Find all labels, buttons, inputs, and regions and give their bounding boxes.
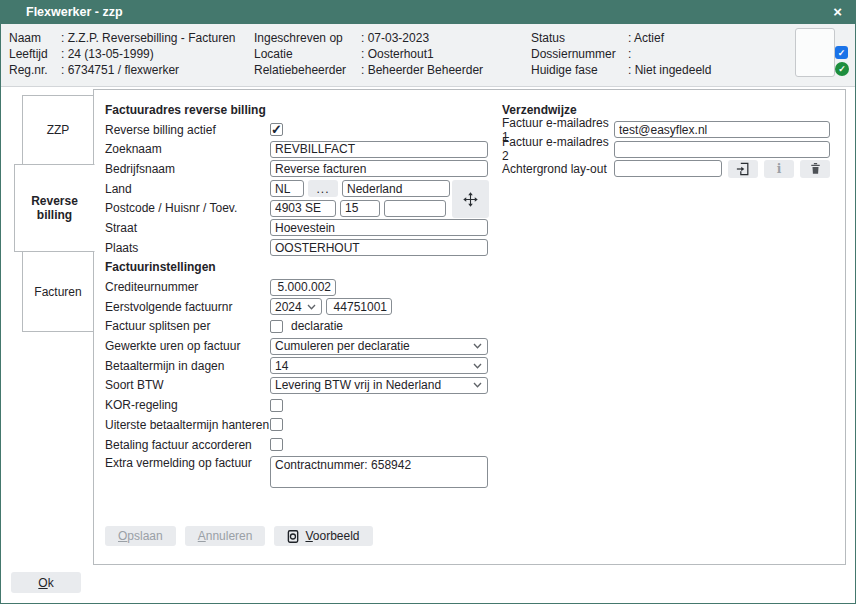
layout-info-button[interactable]: i	[764, 160, 794, 178]
header-field-value: : Z.Z.P. Reversebilling - Facturen	[61, 30, 236, 46]
betaaltermijn-label: Betaaltermijn in dagen	[105, 359, 270, 373]
achtergrond-layout-label: Achtergrond lay-out	[502, 162, 614, 176]
factuur-splitsen-option-label: declaratie	[291, 319, 343, 333]
gewerkte-uren-label: Gewerkte uren op factuur	[105, 339, 270, 353]
land-lookup-button[interactable]: ...	[308, 180, 338, 197]
factuur-email1-input[interactable]	[614, 121, 830, 138]
import-document-icon	[736, 162, 750, 176]
land-label: Land	[105, 182, 270, 196]
info-icon: i	[777, 162, 782, 176]
betaling-accorderen-checkbox[interactable]	[270, 438, 283, 451]
header-field-label: Ingeschreven op	[254, 30, 361, 46]
factuuradres-form: Factuuradres reverse billing Reverse bil…	[105, 100, 489, 488]
uiterste-betaaltermijn-checkbox[interactable]	[270, 418, 283, 431]
kor-regeling-label: KOR-regeling	[105, 398, 270, 412]
header-field-label: Status	[531, 30, 628, 46]
form-action-buttons: Opslaan Annuleren Voorbeeld	[105, 526, 373, 546]
crediteurnummer-label: Crediteurnummer	[105, 280, 270, 294]
zoeknaam-label: Zoeknaam	[105, 142, 270, 156]
bedrijfsnaam-input[interactable]	[270, 160, 488, 177]
header-field-label: Reg.nr.	[9, 62, 61, 78]
zoeknaam-input[interactable]	[270, 141, 488, 158]
factuur-email2-input[interactable]	[614, 141, 830, 158]
header-field-label: Leeftijd	[9, 46, 61, 62]
header-field-label: Locatie	[254, 46, 361, 62]
header-column-2: Ingeschreven op: 07-03-2023 Locatie: Oos…	[254, 30, 483, 78]
header-field-value: : 07-03-2023	[361, 30, 429, 46]
bedrijfsnaam-label: Bedrijfsnaam	[105, 162, 270, 176]
chevron-down-icon	[307, 304, 316, 310]
blue-check-status-icon: ✓	[835, 46, 848, 59]
preview-document-icon	[287, 530, 300, 543]
betaaltermijn-select[interactable]: 14	[270, 357, 488, 374]
reverse-billing-actief-checkbox[interactable]	[270, 123, 283, 136]
close-icon[interactable]: ×	[829, 1, 846, 24]
section-title-factuuradres: Factuuradres reverse billing	[105, 103, 266, 117]
verzendwijze-form: Verzendwijze Factuur e-mailadres 1 Factu…	[502, 100, 838, 179]
achtergrond-layout-input[interactable]	[614, 160, 722, 177]
header-field-label: Relatiebeheerder	[254, 62, 361, 78]
header-field-value: : 6734751 / flexwerker	[61, 62, 179, 78]
uiterste-betaaltermijn-label: Uiterste betaaltermijn hanteren	[105, 418, 270, 432]
huisnummer-input[interactable]	[340, 200, 380, 217]
header-field-value: :	[628, 46, 631, 62]
green-check-status-icon: ✓	[835, 62, 849, 76]
straat-input[interactable]	[270, 219, 488, 236]
reverse-billing-actief-label: Reverse billing actief	[105, 123, 270, 137]
extra-vermelding-label: Extra vermelding op factuur	[105, 456, 270, 470]
move-arrows-icon	[462, 191, 479, 208]
tab-zzp[interactable]: ZZP	[22, 95, 94, 165]
eerstvolgende-factuurnr-label: Eerstvolgende factuurnr	[105, 300, 270, 314]
header-field-value: : 24 (13-05-1999)	[61, 46, 154, 62]
header-field-value: : Beheerder Beheerder	[361, 62, 483, 78]
factuur-splitsen-label: Factuur splitsen per	[105, 319, 270, 333]
header-field-label: Dossiernummer	[531, 46, 628, 62]
plaats-input[interactable]	[270, 239, 488, 256]
section-title-factuurinstellingen: Factuurinstellingen	[105, 260, 216, 274]
toevoeging-input[interactable]	[384, 200, 446, 217]
postcode-label: Postcode / Huisnr / Toev.	[105, 201, 270, 215]
postcode-input[interactable]	[270, 200, 336, 217]
soort-btw-label: Soort BTW	[105, 378, 270, 392]
tab-facturen[interactable]: Facturen	[22, 251, 94, 332]
annuleren-button[interactable]: Annuleren	[185, 526, 266, 546]
ellipsis-icon: ...	[316, 182, 329, 196]
crediteurnummer-input[interactable]	[270, 279, 336, 296]
chevron-down-icon	[473, 382, 482, 388]
window-titlebar: Flexwerker - zzp ×	[1, 1, 855, 24]
move-address-button[interactable]	[452, 180, 489, 218]
ok-button[interactable]: Ok	[11, 572, 81, 593]
header-column-3: Status: Actief Dossiernummer: Huidige fa…	[531, 30, 711, 78]
gewerkte-uren-select[interactable]: Cumuleren per declaratie	[270, 338, 488, 355]
person-info-header: Naam: Z.Z.P. Reversebilling - Facturen L…	[1, 24, 855, 87]
window-title: Flexwerker - zzp	[26, 5, 123, 19]
header-field-value: : Niet ingedeeld	[628, 62, 711, 78]
opslaan-button[interactable]: Opslaan	[105, 526, 176, 546]
factuurjaar-select[interactable]: 2024	[270, 298, 322, 315]
betaling-accorderen-label: Betaling factuur accorderen	[105, 438, 270, 452]
land-code-input[interactable]	[270, 180, 304, 197]
land-naam-input[interactable]	[342, 180, 450, 197]
header-column-1: Naam: Z.Z.P. Reversebilling - Facturen L…	[9, 30, 236, 78]
plaats-label: Plaats	[105, 241, 270, 255]
voorbeeld-button[interactable]: Voorbeeld	[274, 526, 372, 546]
upload-layout-button[interactable]	[728, 160, 758, 178]
header-field-value: : Oosterhout1	[361, 46, 434, 62]
straat-label: Straat	[105, 221, 270, 235]
reverse-billing-panel: Factuuradres reverse billing Reverse bil…	[93, 89, 846, 565]
tab-reverse-billing[interactable]: Reverse billing	[14, 164, 95, 252]
header-field-value: : Actief	[628, 30, 664, 46]
email2-label: Factuur e-mailadres 2	[502, 135, 614, 163]
flexwerker-window: Flexwerker - zzp × Naam: Z.Z.P. Reverseb…	[0, 0, 856, 604]
kor-regeling-checkbox[interactable]	[270, 399, 283, 412]
trash-icon	[809, 162, 822, 175]
factuur-splitsen-checkbox[interactable]	[270, 320, 283, 333]
chevron-down-icon	[473, 343, 482, 349]
header-field-label: Huidige fase	[531, 62, 628, 78]
header-field-label: Naam	[9, 30, 61, 46]
factuurnummer-input[interactable]	[326, 298, 392, 315]
soort-btw-select[interactable]: Levering BTW vrij in Nederland	[270, 377, 488, 394]
chevron-down-icon	[473, 363, 482, 369]
extra-vermelding-textarea[interactable]: Contractnummer: 658942	[270, 456, 488, 488]
delete-layout-button[interactable]	[800, 160, 830, 178]
